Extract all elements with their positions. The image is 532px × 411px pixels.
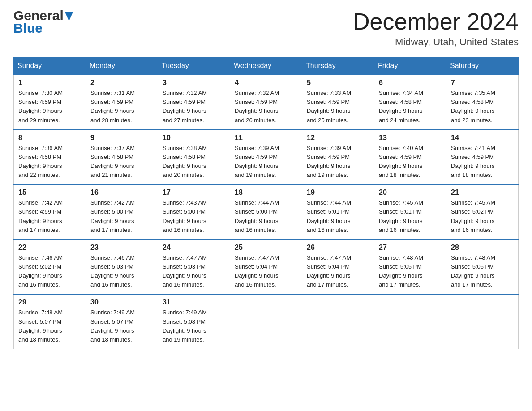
day-number: 18 xyxy=(235,188,297,197)
logo-arrow-icon xyxy=(65,10,73,23)
calendar-day-cell: 14 Sunrise: 7:41 AM Sunset: 4:59 PM Dayl… xyxy=(446,130,519,185)
day-number: 5 xyxy=(307,79,369,87)
calendar-day-cell: 7 Sunrise: 7:35 AM Sunset: 4:58 PM Dayli… xyxy=(446,75,519,130)
calendar-day-cell xyxy=(374,294,446,349)
day-info: Sunrise: 7:42 AM Sunset: 5:00 PM Dayligh… xyxy=(90,198,153,235)
calendar-day-cell: 28 Sunrise: 7:48 AM Sunset: 5:06 PM Dayl… xyxy=(446,240,519,295)
day-info: Sunrise: 7:38 AM Sunset: 4:58 PM Dayligh… xyxy=(163,144,225,180)
calendar-day-cell: 24 Sunrise: 7:47 AM Sunset: 5:03 PM Dayl… xyxy=(158,240,230,295)
day-number: 7 xyxy=(451,79,514,87)
calendar-day-cell: 2 Sunrise: 7:31 AM Sunset: 4:59 PM Dayli… xyxy=(86,75,158,130)
day-number: 17 xyxy=(163,188,225,197)
day-info: Sunrise: 7:49 AM Sunset: 5:07 PM Dayligh… xyxy=(90,308,153,344)
day-of-week-header: Monday xyxy=(86,57,158,75)
calendar-day-cell: 10 Sunrise: 7:38 AM Sunset: 4:58 PM Dayl… xyxy=(158,130,230,185)
day-number: 16 xyxy=(90,188,153,197)
calendar-header-row: SundayMondayTuesdayWednesdayThursdayFrid… xyxy=(14,57,519,75)
day-info: Sunrise: 7:32 AM Sunset: 4:59 PM Dayligh… xyxy=(235,89,297,125)
day-of-week-header: Wednesday xyxy=(230,57,302,75)
day-info: Sunrise: 7:32 AM Sunset: 4:59 PM Dayligh… xyxy=(163,89,225,125)
day-number: 21 xyxy=(451,188,514,197)
calendar-day-cell: 6 Sunrise: 7:34 AM Sunset: 4:58 PM Dayli… xyxy=(374,75,446,130)
calendar-week-row: 15 Sunrise: 7:42 AM Sunset: 4:59 PM Dayl… xyxy=(14,184,519,240)
calendar-day-cell: 5 Sunrise: 7:33 AM Sunset: 4:59 PM Dayli… xyxy=(302,75,374,130)
day-number: 27 xyxy=(379,244,442,252)
svg-marker-0 xyxy=(65,12,73,21)
day-info: Sunrise: 7:48 AM Sunset: 5:06 PM Dayligh… xyxy=(451,253,514,290)
calendar-table: SundayMondayTuesdayWednesdayThursdayFrid… xyxy=(13,57,519,349)
day-number: 15 xyxy=(18,188,81,197)
day-info: Sunrise: 7:49 AM Sunset: 5:08 PM Dayligh… xyxy=(163,308,225,344)
day-info: Sunrise: 7:37 AM Sunset: 4:58 PM Dayligh… xyxy=(90,144,153,180)
day-info: Sunrise: 7:48 AM Sunset: 5:05 PM Dayligh… xyxy=(379,253,442,290)
day-info: Sunrise: 7:46 AM Sunset: 5:02 PM Dayligh… xyxy=(18,253,81,290)
calendar-day-cell xyxy=(230,294,302,349)
day-of-week-header: Sunday xyxy=(14,57,86,75)
day-info: Sunrise: 7:46 AM Sunset: 5:03 PM Dayligh… xyxy=(90,253,153,290)
calendar-day-cell: 29 Sunrise: 7:48 AM Sunset: 5:07 PM Dayl… xyxy=(14,294,86,349)
day-info: Sunrise: 7:41 AM Sunset: 4:59 PM Dayligh… xyxy=(451,144,514,180)
day-number: 30 xyxy=(90,298,153,306)
calendar-day-cell xyxy=(446,294,519,349)
day-number: 22 xyxy=(18,244,81,252)
calendar-day-cell: 22 Sunrise: 7:46 AM Sunset: 5:02 PM Dayl… xyxy=(14,240,86,295)
day-number: 2 xyxy=(90,79,153,87)
day-info: Sunrise: 7:39 AM Sunset: 4:59 PM Dayligh… xyxy=(235,144,297,180)
title-block: December 2024 Midway, Utah, United State… xyxy=(353,9,519,48)
day-number: 10 xyxy=(163,134,225,142)
calendar-day-cell xyxy=(302,294,374,349)
day-number: 29 xyxy=(18,298,81,306)
calendar-day-cell: 4 Sunrise: 7:32 AM Sunset: 4:59 PM Dayli… xyxy=(230,75,302,130)
day-number: 6 xyxy=(379,79,442,87)
day-of-week-header: Thursday xyxy=(302,57,374,75)
calendar-day-cell: 16 Sunrise: 7:42 AM Sunset: 5:00 PM Dayl… xyxy=(86,184,158,240)
day-number: 31 xyxy=(163,298,225,306)
day-number: 4 xyxy=(235,79,297,87)
day-info: Sunrise: 7:45 AM Sunset: 5:01 PM Dayligh… xyxy=(379,198,442,235)
calendar-day-cell: 18 Sunrise: 7:44 AM Sunset: 5:00 PM Dayl… xyxy=(230,184,302,240)
day-info: Sunrise: 7:47 AM Sunset: 5:03 PM Dayligh… xyxy=(163,253,225,290)
day-number: 3 xyxy=(163,79,225,87)
calendar-day-cell: 23 Sunrise: 7:46 AM Sunset: 5:03 PM Dayl… xyxy=(86,240,158,295)
day-number: 25 xyxy=(235,244,297,252)
calendar-day-cell: 17 Sunrise: 7:43 AM Sunset: 5:00 PM Dayl… xyxy=(158,184,230,240)
day-info: Sunrise: 7:44 AM Sunset: 5:00 PM Dayligh… xyxy=(235,198,297,235)
day-info: Sunrise: 7:47 AM Sunset: 5:04 PM Dayligh… xyxy=(235,253,297,290)
calendar-day-cell: 1 Sunrise: 7:30 AM Sunset: 4:59 PM Dayli… xyxy=(14,75,86,130)
day-number: 14 xyxy=(451,134,514,142)
day-of-week-header: Tuesday xyxy=(158,57,230,75)
calendar-day-cell: 25 Sunrise: 7:47 AM Sunset: 5:04 PM Dayl… xyxy=(230,240,302,295)
day-info: Sunrise: 7:30 AM Sunset: 4:59 PM Dayligh… xyxy=(18,89,81,125)
calendar-day-cell: 11 Sunrise: 7:39 AM Sunset: 4:59 PM Dayl… xyxy=(230,130,302,185)
day-info: Sunrise: 7:34 AM Sunset: 4:58 PM Dayligh… xyxy=(379,89,442,125)
logo: General Blue xyxy=(13,9,73,35)
day-info: Sunrise: 7:48 AM Sunset: 5:07 PM Dayligh… xyxy=(18,308,81,344)
day-number: 8 xyxy=(18,134,81,142)
calendar-day-cell: 12 Sunrise: 7:39 AM Sunset: 4:59 PM Dayl… xyxy=(302,130,374,185)
calendar-day-cell: 8 Sunrise: 7:36 AM Sunset: 4:58 PM Dayli… xyxy=(14,130,86,185)
calendar-week-row: 22 Sunrise: 7:46 AM Sunset: 5:02 PM Dayl… xyxy=(14,240,519,295)
calendar-day-cell: 20 Sunrise: 7:45 AM Sunset: 5:01 PM Dayl… xyxy=(374,184,446,240)
calendar-day-cell: 13 Sunrise: 7:40 AM Sunset: 4:59 PM Dayl… xyxy=(374,130,446,185)
calendar-week-row: 8 Sunrise: 7:36 AM Sunset: 4:58 PM Dayli… xyxy=(14,130,519,185)
day-info: Sunrise: 7:35 AM Sunset: 4:58 PM Dayligh… xyxy=(451,89,514,125)
calendar-day-cell: 27 Sunrise: 7:48 AM Sunset: 5:05 PM Dayl… xyxy=(374,240,446,295)
day-number: 23 xyxy=(90,244,153,252)
calendar-title: December 2024 xyxy=(353,9,519,34)
day-info: Sunrise: 7:47 AM Sunset: 5:04 PM Dayligh… xyxy=(307,253,369,290)
day-info: Sunrise: 7:39 AM Sunset: 4:59 PM Dayligh… xyxy=(307,144,369,180)
calendar-week-row: 29 Sunrise: 7:48 AM Sunset: 5:07 PM Dayl… xyxy=(14,294,519,349)
calendar-day-cell: 19 Sunrise: 7:44 AM Sunset: 5:01 PM Dayl… xyxy=(302,184,374,240)
day-info: Sunrise: 7:43 AM Sunset: 5:00 PM Dayligh… xyxy=(163,198,225,235)
calendar-day-cell: 21 Sunrise: 7:45 AM Sunset: 5:02 PM Dayl… xyxy=(446,184,519,240)
day-number: 9 xyxy=(90,134,153,142)
day-info: Sunrise: 7:44 AM Sunset: 5:01 PM Dayligh… xyxy=(307,198,369,235)
calendar-day-cell: 31 Sunrise: 7:49 AM Sunset: 5:08 PM Dayl… xyxy=(158,294,230,349)
day-number: 28 xyxy=(451,244,514,252)
page-header: General Blue December 2024 Midway, Utah,… xyxy=(13,9,519,48)
day-number: 26 xyxy=(307,244,369,252)
day-info: Sunrise: 7:45 AM Sunset: 5:02 PM Dayligh… xyxy=(451,198,514,235)
day-of-week-header: Friday xyxy=(374,57,446,75)
day-info: Sunrise: 7:31 AM Sunset: 4:59 PM Dayligh… xyxy=(90,89,153,125)
day-info: Sunrise: 7:42 AM Sunset: 4:59 PM Dayligh… xyxy=(18,198,81,235)
